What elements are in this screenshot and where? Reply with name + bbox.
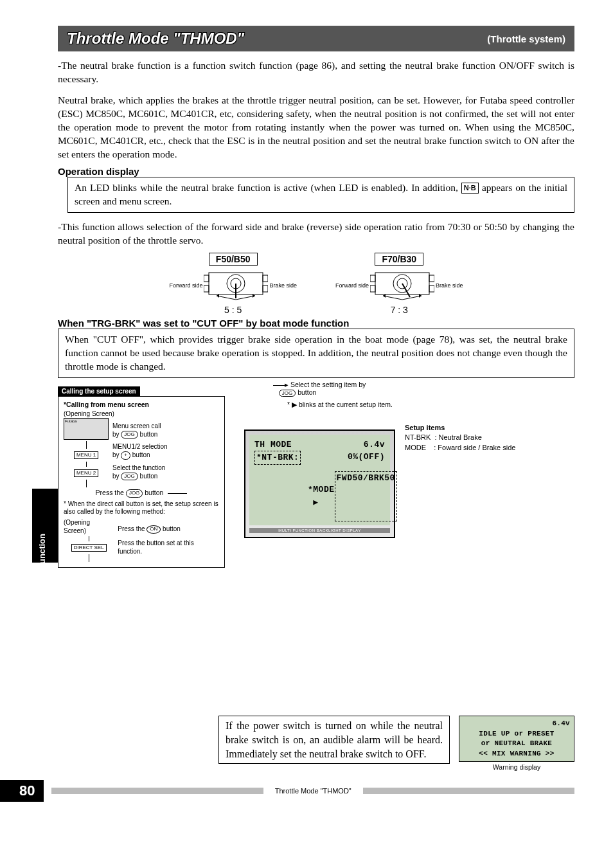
diagram-f70b30: F70/B30 Forward side Brake side 7 : 3	[335, 253, 463, 315]
diagram-left-brake-label: Brake side	[269, 282, 297, 289]
page-footer: 80 Throttle Mode "THMOD"	[32, 780, 574, 802]
callbox: *Calling from menu screen (Opening Scree…	[58, 396, 225, 568]
svg-rect-4	[263, 285, 268, 292]
button-word-1: button	[140, 431, 158, 438]
lcd-display: TH MODE 6.4v *NT-BRK: 0%(OFF) *MODE ▶ FW…	[244, 429, 395, 538]
diagram-left-title: F50/B50	[209, 253, 258, 266]
button-word-5: button	[163, 525, 181, 532]
plus-button-icon: +	[121, 451, 130, 459]
diagram-f50b50: F50/B50 Forward side Brake side 5 : 5	[169, 253, 297, 315]
cutoff-box: When "CUT OFF", which provides trigger b…	[58, 329, 574, 378]
svg-rect-12	[370, 285, 375, 292]
warn-lcd-line3: << MIX WARNING >>	[463, 749, 570, 759]
diagram-right-forward-label: Forward side	[335, 282, 369, 289]
button-word-2: button	[132, 451, 150, 458]
select-fn-label: Select the function	[112, 464, 165, 471]
setup-item-2: MODE : Foward side / Brake side	[405, 443, 515, 453]
paragraph-3: -This function allows selection of the f…	[58, 221, 574, 248]
svg-line-17	[402, 284, 410, 297]
by-label-3: by	[112, 473, 120, 480]
cutoff-heading: When "TRG-BRK" was set to "CUT OFF" by b…	[58, 318, 574, 329]
lcd-ntbrk-value: 0%(OFF)	[348, 451, 385, 465]
jog-button-icon-3: JOG	[126, 489, 143, 497]
lcd-ntbrk-field: *NT-BRK:	[254, 451, 301, 465]
warn-lcd-line2: or NEUTRAL BRAKE	[463, 739, 570, 748]
diagram-left-forward-label: Forward side	[169, 282, 202, 289]
footer-rule-left	[51, 788, 263, 794]
servo-icon	[204, 267, 268, 303]
setup-items-heading: Setup items	[405, 423, 515, 433]
footer-text: Throttle Mode "THMOD"	[271, 787, 355, 795]
lcd-mode-label: *MODE	[308, 485, 335, 494]
diagram-left-ratio: 5 : 5	[169, 305, 297, 315]
callbox-title: Calling the setup screen	[58, 386, 140, 396]
lcd-arrow-icon: ▶	[313, 498, 318, 507]
menu-screen-call-label: Menu screen call	[112, 422, 161, 429]
warning-text-box: If the power switch is turned on while t…	[218, 716, 450, 764]
lcd-row1-right: 6.4v	[364, 439, 385, 451]
svg-rect-14	[429, 285, 434, 292]
hint-asterisk: *	[287, 401, 290, 408]
operation-display-box: An LED blinks while the neutral brake fu…	[67, 177, 574, 213]
servo-diagrams: F50/B50 Forward side Brake side 5 : 5 F7…	[58, 253, 574, 315]
warn-lcd-voltage: 6.4v	[463, 719, 570, 728]
side-tab-label: Function	[37, 534, 47, 569]
lcd-row1-left: TH MODE	[254, 439, 292, 451]
paragraph-2: Neutral brake, which applies the brakes …	[58, 94, 574, 161]
svg-rect-11	[370, 275, 375, 282]
svg-rect-3	[263, 275, 268, 282]
servo-icon	[370, 267, 434, 303]
page-number: 80	[0, 780, 44, 802]
diagram-right-ratio: 7 : 3	[335, 305, 463, 315]
hint-button-word: button	[298, 388, 316, 396]
press-jog-label: Press the	[96, 489, 124, 496]
button-word-3: button	[140, 473, 158, 480]
jog-button-icon-2: JOG	[121, 473, 138, 480]
svg-rect-2	[204, 285, 209, 292]
setup-item-1: NT-BRK : Neutral Brake	[405, 433, 515, 442]
opening-screen-label-2: (Opening Screen)	[64, 518, 114, 535]
direct-call-note: * When the direct call button is set, th…	[64, 500, 219, 516]
svg-rect-13	[429, 275, 434, 282]
lower-instruction-area: Calling the setup screen *Calling from m…	[58, 384, 574, 771]
press-on-label: Press the	[118, 525, 145, 532]
jog-button-icon-4: JOG	[279, 390, 296, 397]
menu1-chip: MENU 1	[74, 451, 98, 459]
button-word-4: button	[145, 489, 163, 496]
lcd-mode-value: FWD50/BRK50	[335, 471, 397, 521]
operation-display-heading: Operation display	[58, 166, 574, 177]
warning-lcd: 6.4v IDLE UP or PRESET or NEUTRAL BRAKE …	[459, 716, 574, 771]
nb-indicator-icon: N·B	[461, 183, 479, 194]
hint-line2: blinks at the current setup item.	[299, 401, 393, 408]
title-subsystem: (Throttle system)	[487, 33, 565, 44]
press-set-label: Press the button set at this function.	[118, 539, 219, 556]
title-bar: Throttle Mode "THMOD" (Throttle system)	[58, 26, 574, 51]
warn-lcd-line1: IDLE UP or PRESET	[463, 729, 570, 739]
jog-button-icon: JOG	[121, 431, 138, 439]
warning-display-label: Warning display	[459, 763, 574, 771]
menu-sel-label: MENU1/2 selection	[112, 443, 168, 450]
svg-rect-1	[204, 275, 209, 282]
op-display-text-a: An LED blinks while the neutral brake fu…	[75, 182, 461, 193]
hint-block: ▸ Select the setting item by JOG button …	[273, 381, 395, 409]
direct-sel-chip: DIRECT SEL	[71, 544, 107, 552]
hint-line1: Select the setting item by	[290, 381, 366, 388]
opening-screen-icon: Futaba	[64, 418, 109, 440]
warning-text: If the power switch is turned on while t…	[226, 720, 443, 759]
lcd-footer-label: MULTI FUNCTION BACKLIGHT DISPLAY	[249, 528, 390, 533]
by-label-1: by	[112, 431, 120, 438]
page-title: Throttle Mode "THMOD"	[67, 30, 244, 48]
menu2-chip: MENU 2	[74, 469, 98, 477]
by-label-2: by	[112, 451, 120, 458]
cutoff-body: When "CUT OFF", which provides trigger b…	[65, 334, 567, 372]
on-button-icon: ON	[147, 525, 161, 533]
diagram-right-brake-label: Brake side	[436, 282, 463, 289]
diagram-right-title: F70/B30	[375, 253, 423, 266]
callbox-opening-label: (Opening Screen)	[64, 410, 219, 418]
footer-rule-right	[363, 788, 574, 794]
callbox-from-menu: *Calling from menu screen	[64, 401, 219, 410]
setup-items: Setup items NT-BRK : Neutral Brake MODE …	[405, 423, 515, 453]
paragraph-1: -The neutral brake function is a functio…	[58, 59, 574, 86]
